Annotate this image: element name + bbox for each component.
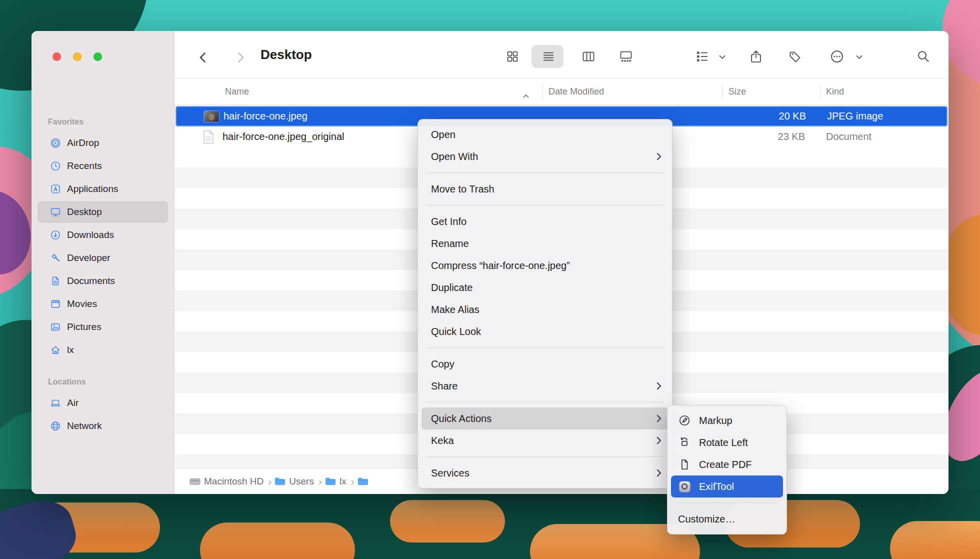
search-button[interactable] <box>916 50 930 64</box>
column-header-size[interactable]: Size <box>728 78 746 104</box>
downloads-icon <box>50 230 61 240</box>
menu-item-label: Open With <box>431 151 478 162</box>
sidebar-item-desktop[interactable]: Desktop <box>38 201 168 223</box>
menu-item-get-info[interactable]: Get Info <box>422 210 668 232</box>
submenu-item-label: ExifTool <box>699 481 734 492</box>
path-crumb[interactable]: lx <box>340 476 346 487</box>
list-column-headers: Name Date Modified Size Kind <box>174 78 948 105</box>
back-button[interactable] <box>196 50 208 62</box>
tag-button[interactable] <box>788 50 802 64</box>
menu-item-keka[interactable]: Keka <box>422 430 668 452</box>
sidebar-item-recents[interactable]: Recents <box>38 155 168 177</box>
file-kind: JPEG image <box>827 106 883 126</box>
sidebar-item-pictures[interactable]: Pictures <box>38 316 168 338</box>
gallery-view-button[interactable] <box>619 50 633 64</box>
menu-item-services[interactable]: Services <box>422 462 668 484</box>
applications-icon <box>50 184 61 194</box>
sidebar-item-label: Movies <box>67 298 97 310</box>
sidebar-item-label: Desktop <box>67 206 102 218</box>
menu-item-duplicate[interactable]: Duplicate <box>422 276 668 298</box>
submenu-item-create-pdf[interactable]: Create PDF <box>671 454 783 476</box>
clock-icon <box>50 160 61 172</box>
menu-item-open-with[interactable]: Open With <box>422 146 668 168</box>
submenu-chevron-icon <box>656 414 662 422</box>
submenu-item-label: Markup <box>699 415 732 426</box>
list-view-button[interactable] <box>542 50 556 64</box>
forward-button[interactable] <box>233 50 245 62</box>
desktop-icon <box>50 206 61 218</box>
menu-item-share[interactable]: Share <box>422 375 668 397</box>
submenu-item-customize[interactable]: Customize… <box>671 508 783 530</box>
sidebar-item-label: Developer <box>67 252 110 264</box>
sidebar-item-label: Pictures <box>67 322 102 332</box>
sort-ascending-icon <box>523 90 529 94</box>
icon-view-button[interactable] <box>506 50 520 64</box>
sidebar-favorites-header: Favorites <box>32 116 174 128</box>
menu-item-label: Move to Trash <box>431 184 494 195</box>
zoom-window-button[interactable] <box>94 52 102 61</box>
markup-icon <box>678 414 691 427</box>
menu-item-label: Compress “hair-force-one.jpeg” <box>431 260 570 272</box>
sidebar-item-documents[interactable]: Documents <box>38 270 168 292</box>
sidebar-item-airdrop[interactable]: AirDrop <box>38 132 168 154</box>
chevron-down-icon <box>856 55 862 60</box>
column-header-date-modified[interactable]: Date Modified <box>548 78 604 104</box>
menu-separator <box>676 502 778 503</box>
file-size: 23 KB <box>722 126 805 147</box>
menu-item-open[interactable]: Open <box>422 124 668 146</box>
sidebar-item-label: Recents <box>67 160 102 172</box>
close-window-button[interactable] <box>52 52 61 61</box>
column-header-name[interactable]: Name <box>225 78 249 104</box>
menu-item-label: Keka <box>431 435 454 446</box>
sidebar-item-home[interactable]: lx <box>38 339 168 361</box>
sidebar-locations-header: Locations <box>32 376 174 388</box>
menu-item-copy[interactable]: Copy <box>422 353 668 375</box>
sidebar-item-network[interactable]: Network <box>38 415 168 437</box>
column-header-kind[interactable]: Kind <box>826 78 844 104</box>
column-divider <box>542 84 543 100</box>
sidebar-item-air[interactable]: Air <box>38 392 168 414</box>
file-size: 20 KB <box>724 106 806 126</box>
minimize-window-button[interactable] <box>73 52 82 61</box>
quick-actions-submenu: Markup Rotate Left Create PDF ExifTool C… <box>667 405 787 534</box>
submenu-item-exiftool[interactable]: ExifTool <box>671 476 783 498</box>
sidebar-item-label: lx <box>67 344 74 356</box>
file-name: hair-force-one.jpeg <box>224 106 308 126</box>
hard-drive-icon <box>190 477 200 486</box>
path-crumb[interactable]: Users <box>289 476 314 487</box>
menu-item-label: Make Alias <box>431 304 480 316</box>
photo-icon <box>50 322 61 332</box>
path-crumb[interactable]: Macintosh HD <box>204 476 264 487</box>
folder-icon <box>358 477 368 486</box>
submenu-item-markup[interactable]: Markup <box>671 410 783 432</box>
menu-item-rename[interactable]: Rename <box>422 232 668 254</box>
submenu-chevron-icon <box>656 382 662 390</box>
share-button[interactable] <box>749 50 763 64</box>
group-button[interactable] <box>695 50 709 64</box>
sidebar-item-movies[interactable]: Movies <box>38 293 168 315</box>
sidebar-item-downloads[interactable]: Downloads <box>38 224 168 246</box>
wallpaper-shape <box>200 522 355 559</box>
column-view-button[interactable] <box>582 50 596 64</box>
rotate-left-icon <box>678 436 691 449</box>
airdrop-icon <box>50 138 61 148</box>
menu-item-compress[interactable]: Compress “hair-force-one.jpeg” <box>422 254 668 276</box>
sidebar: Favorites AirDrop Recents Applications D… <box>32 31 174 494</box>
submenu-chevron-icon <box>656 469 662 477</box>
menu-item-move-to-trash[interactable]: Move to Trash <box>422 178 668 200</box>
menu-item-label: Services <box>431 468 470 479</box>
sidebar-item-applications[interactable]: Applications <box>38 178 168 200</box>
menu-item-quick-actions[interactable]: Quick Actions <box>422 408 668 430</box>
path-separator: › <box>351 476 354 488</box>
more-actions-button[interactable] <box>830 50 844 64</box>
submenu-item-rotate-left[interactable]: Rotate Left <box>671 432 783 454</box>
menu-item-label: Get Info <box>431 216 466 228</box>
sidebar-item-label: Network <box>67 420 102 432</box>
menu-item-quick-look[interactable]: Quick Look <box>422 320 668 342</box>
menu-item-label: Quick Actions <box>431 413 492 424</box>
menu-item-make-alias[interactable]: Make Alias <box>422 298 668 320</box>
menu-item-label: Copy <box>431 358 454 370</box>
sidebar-item-label: Downloads <box>67 230 114 240</box>
sidebar-item-developer[interactable]: Developer <box>38 247 168 269</box>
menu-separator <box>426 348 664 348</box>
